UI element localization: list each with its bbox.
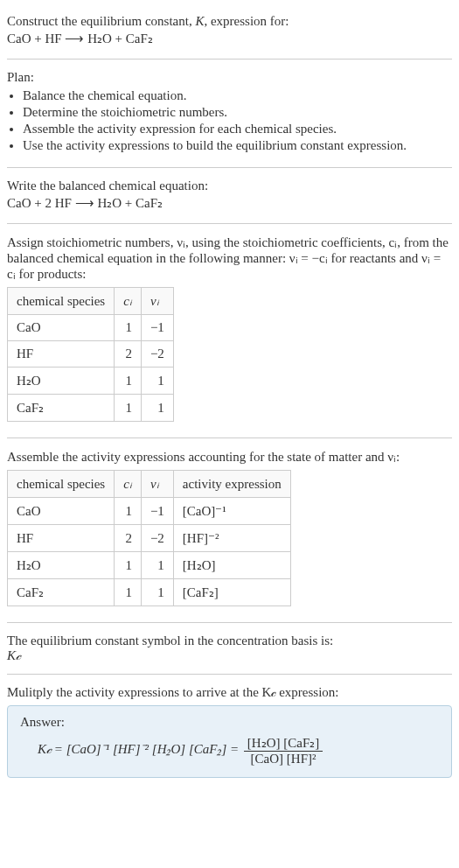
table-cell: 2 [115, 525, 142, 552]
table-cell: 1 [141, 368, 173, 395]
symbol-section: The equilibrium constant symbol in the c… [7, 628, 452, 668]
table-header: νᵢ [141, 471, 173, 498]
table-row: chemical species cᵢ νᵢ activity expressi… [8, 471, 291, 498]
nu-label: νᵢ [150, 477, 159, 491]
table-row: chemical species cᵢ νᵢ [8, 288, 174, 315]
table-cell: CaO [8, 498, 115, 525]
answer-fraction: [H₂O] [CaF₂] [CaO] [HF]² [244, 735, 323, 766]
answer-box: Answer: K𝒸 = [CaO]⁻¹ [HF]⁻² [H₂O] [CaF₂]… [7, 705, 452, 778]
table-header: cᵢ [115, 471, 142, 498]
table-cell: CaO [8, 315, 115, 341]
divider [7, 167, 452, 168]
answer-lhs: K𝒸 = [CaO]⁻¹ [HF]⁻² [H₂O] [CaF₂] = [38, 742, 242, 756]
multiply-intro: Mulitply the activity expressions to arr… [7, 685, 452, 700]
table-cell: [CaO]⁻¹ [173, 498, 290, 525]
table-cell: CaF₂ [8, 579, 115, 606]
plan-item: Determine the stoichiometric numbers. [23, 105, 452, 120]
stoich-section: Assign stoichiometric numbers, νᵢ, using… [7, 229, 452, 432]
table-row: CaO 1 −1 [8, 315, 174, 341]
divider [7, 622, 452, 623]
table-cell: 1 [115, 368, 142, 395]
table-cell: 2 [115, 341, 142, 368]
table-row: H₂O 1 1 [H₂O] [8, 552, 291, 579]
divider [7, 438, 452, 438]
table-cell: 1 [115, 498, 142, 525]
intro-section: Construct the equilibrium constant, K, e… [7, 7, 452, 53]
table-cell: 1 [141, 579, 173, 606]
balanced-section: Write the balanced chemical equation: Ca… [7, 173, 452, 218]
table-header: νᵢ [141, 288, 173, 315]
stoich-intro: Assign stoichiometric numbers, νᵢ, using… [7, 234, 452, 282]
result-section: Mulitply the activity expressions to arr… [7, 680, 452, 783]
plan-list: Balance the chemical equation. Determine… [23, 88, 452, 153]
table-cell: −2 [141, 341, 173, 368]
table-cell: −2 [141, 525, 173, 552]
answer-label: Answer: [20, 715, 439, 730]
symbol-kc: K𝒸 [7, 648, 452, 663]
plan-heading: Plan: [7, 70, 452, 85]
table-row: CaO 1 −1 [CaO]⁻¹ [8, 498, 291, 525]
table-header: chemical species [8, 288, 115, 315]
table-cell: −1 [141, 498, 173, 525]
table-cell: [CaF₂] [173, 579, 290, 606]
table-cell: HF [8, 341, 115, 368]
ci-label: cᵢ [123, 477, 132, 491]
plan-item: Use the activity expressions to build th… [23, 138, 452, 153]
table-cell: 1 [115, 315, 142, 341]
table-row: HF 2 −2 [8, 341, 174, 368]
plan-item: Assemble the activity expression for eac… [23, 122, 452, 136]
table-row: H₂O 1 1 [8, 368, 174, 395]
table-row: CaF₂ 1 1 [CaF₂] [8, 579, 291, 606]
intro-text-post: , expression for: [204, 14, 289, 28]
table-cell: H₂O [8, 368, 115, 395]
table-cell: 1 [141, 395, 173, 422]
table-cell: 1 [115, 579, 142, 606]
fraction-numerator: [H₂O] [CaF₂] [244, 735, 323, 752]
balanced-equation: CaO + 2 HF ⟶ H₂O + CaF₂ [7, 195, 452, 211]
table-header: chemical species [8, 471, 115, 498]
table-header: cᵢ [115, 288, 142, 315]
activity-intro: Assemble the activity expressions accoun… [7, 449, 452, 465]
table-cell: −1 [141, 315, 173, 341]
plan-section: Plan: Balance the chemical equation. Det… [7, 65, 452, 162]
divider [7, 59, 452, 60]
table-cell: H₂O [8, 552, 115, 579]
intro-equation: CaO + HF ⟶ H₂O + CaF₂ [7, 31, 452, 46]
divider [7, 674, 452, 675]
table-cell: [H₂O] [173, 552, 290, 579]
table-cell: CaF₂ [8, 395, 115, 422]
intro-K: K [195, 14, 204, 28]
fraction-denominator: [CaO] [HF]² [244, 752, 323, 766]
table-row: HF 2 −2 [HF]⁻² [8, 525, 291, 552]
intro-line: Construct the equilibrium constant, K, e… [7, 14, 452, 29]
nu-label: νᵢ [150, 294, 159, 308]
plan-item: Balance the chemical equation. [23, 88, 452, 103]
balanced-heading: Write the balanced chemical equation: [7, 178, 452, 193]
divider [7, 223, 452, 224]
table-row: CaF₂ 1 1 [8, 395, 174, 422]
stoich-table: chemical species cᵢ νᵢ CaO 1 −1 HF 2 −2 … [7, 287, 174, 422]
table-cell: 1 [141, 552, 173, 579]
table-cell: [HF]⁻² [173, 525, 290, 552]
table-header: activity expression [173, 471, 290, 498]
activity-table: chemical species cᵢ νᵢ activity expressi… [7, 470, 291, 606]
table-cell: HF [8, 525, 115, 552]
intro-text-pre: Construct the equilibrium constant, [7, 14, 195, 28]
answer-equation: K𝒸 = [CaO]⁻¹ [HF]⁻² [H₂O] [CaF₂] = [H₂O]… [20, 735, 439, 766]
table-cell: 1 [115, 552, 142, 579]
ci-label: cᵢ [123, 294, 132, 308]
symbol-intro: The equilibrium constant symbol in the c… [7, 634, 452, 648]
table-cell: 1 [115, 395, 142, 422]
activity-section: Assemble the activity expressions accoun… [7, 444, 452, 617]
